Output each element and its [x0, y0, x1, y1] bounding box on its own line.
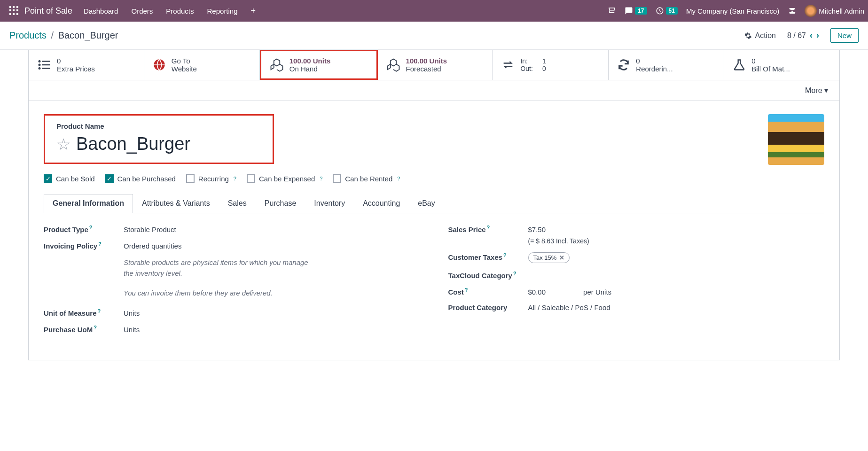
help-text: Storable products are physical items for…	[124, 257, 312, 279]
product-form: Product Name ☆ Bacon_Burger ✓Can be Sold…	[28, 101, 840, 360]
pager-next[interactable]: ›	[816, 31, 819, 40]
check-can-be-expensed[interactable]: Can be Expensed?	[247, 174, 322, 183]
stat-reordering[interactable]: 0Reorderin...	[609, 50, 724, 80]
plus-icon[interactable]: +	[251, 6, 256, 16]
svg-rect-4	[42, 64, 50, 66]
help-icon[interactable]: ?	[98, 308, 101, 314]
subheader: Products / Bacon_Burger Action 8 / 67 ‹ …	[0, 22, 868, 50]
tabs: General Information Attributes & Variant…	[44, 194, 824, 213]
nav-links: Dashboard Orders Products Reporting	[84, 7, 237, 15]
help-icon[interactable]: ?	[234, 176, 236, 181]
tab-inventory[interactable]: Inventory	[305, 194, 354, 213]
field-customer-taxes: Customer Taxes? Tax 15%✕	[448, 252, 825, 263]
stat-website[interactable]: Go ToWebsite	[144, 50, 260, 80]
refresh-icon	[617, 58, 630, 71]
help-text: You can invoice them before they are del…	[124, 288, 312, 299]
help-icon[interactable]: ?	[487, 225, 490, 230]
flask-icon	[733, 58, 746, 71]
field-sales-price: Sales Price? $7.50 (= $ 8.63 Incl. Taxes…	[448, 225, 825, 245]
svg-rect-6	[42, 68, 50, 69]
nav-products[interactable]: Products	[166, 7, 194, 15]
list-icon	[37, 58, 51, 72]
help-icon[interactable]: ?	[98, 241, 102, 247]
pager[interactable]: 8 / 67	[787, 31, 806, 40]
help-icon[interactable]: ?	[320, 176, 322, 181]
gear-icon	[744, 32, 752, 39]
help-icon[interactable]: ?	[89, 225, 93, 230]
stat-forecasted[interactable]: 100.00 UnitsForecasted	[378, 50, 493, 80]
messages-badge: 17	[635, 7, 647, 15]
product-name[interactable]: Bacon_Burger	[76, 134, 190, 154]
check-can-be-rented[interactable]: Can be Rented?	[333, 174, 400, 183]
help-icon[interactable]: ?	[503, 252, 507, 258]
caret-down-icon: ▾	[824, 86, 828, 94]
tax-tag[interactable]: Tax 15%✕	[528, 252, 570, 263]
svg-point-1	[39, 60, 41, 62]
tab-attributes-variants[interactable]: Attributes & Variants	[133, 194, 219, 213]
activities-tray[interactable]: 51	[656, 7, 678, 15]
new-button[interactable]: New	[830, 28, 859, 43]
stat-in-out[interactable]: In:Out: 10	[493, 50, 609, 80]
favorite-star-icon[interactable]: ☆	[56, 135, 70, 154]
company-switcher[interactable]: My Company (San Francisco)	[686, 7, 779, 15]
field-product-category: Product Category All / Saleable / PoS / …	[448, 303, 825, 311]
nav-orders[interactable]: Orders	[131, 7, 153, 15]
field-product-type: Product Type? Storable Product	[44, 225, 420, 233]
check-recurring[interactable]: Recurring?	[186, 174, 236, 183]
help-icon[interactable]: ?	[94, 325, 97, 330]
breadcrumb-current: Bacon_Burger	[58, 30, 118, 40]
nav-reporting[interactable]: Reporting	[207, 7, 238, 15]
breadcrumb-parent[interactable]: Products	[9, 30, 47, 40]
user-menu[interactable]: Mitchell Admin	[805, 5, 864, 17]
settings-icon[interactable]	[788, 7, 796, 15]
boxes-icon	[270, 58, 284, 72]
tab-purchase[interactable]: Purchase	[256, 194, 305, 213]
boxes-icon	[386, 58, 400, 72]
stat-buttons: 0Extra Prices Go ToWebsite 100.00 UnitsO…	[28, 50, 840, 80]
product-name-section: Product Name ☆ Bacon_Burger	[44, 114, 274, 164]
pager-prev[interactable]: ‹	[810, 31, 813, 40]
messages-tray[interactable]: 17	[625, 7, 647, 15]
activities-badge: 51	[666, 7, 678, 15]
tab-general-information[interactable]: General Information	[44, 194, 133, 213]
stat-bom[interactable]: 0Bill Of Mat...	[724, 50, 839, 80]
help-icon[interactable]: ?	[465, 287, 468, 293]
app-brand[interactable]: Point of Sale	[24, 6, 72, 16]
svg-rect-2	[42, 61, 50, 62]
action-menu[interactable]: Action	[744, 31, 775, 40]
tab-sales[interactable]: Sales	[219, 194, 256, 213]
svg-point-3	[39, 64, 41, 66]
remove-tag-icon[interactable]: ✕	[559, 254, 564, 261]
product-name-label: Product Name	[56, 122, 261, 130]
nav-dashboard[interactable]: Dashboard	[84, 7, 118, 15]
avatar	[805, 5, 817, 17]
field-purchase-uom: Purchase UoM? Units	[44, 325, 420, 334]
apps-icon[interactable]	[9, 6, 19, 16]
help-icon[interactable]: ?	[397, 176, 400, 181]
field-cost: Cost? $0.00per Units	[448, 287, 825, 296]
breadcrumb: Products / Bacon_Burger	[9, 30, 118, 41]
globe-icon	[153, 58, 166, 71]
tab-accounting[interactable]: Accounting	[354, 194, 409, 213]
stat-extra-prices[interactable]: 0Extra Prices	[29, 50, 144, 80]
field-unit-of-measure: Unit of Measure? Units	[44, 308, 420, 317]
stat-on-hand[interactable]: 100.00 UnitsOn Hand	[260, 50, 378, 80]
phone-icon[interactable]	[608, 7, 616, 15]
help-icon[interactable]: ?	[513, 271, 516, 276]
user-name: Mitchell Admin	[819, 7, 864, 15]
more-button[interactable]: More ▾	[805, 86, 828, 95]
check-can-be-purchased[interactable]: ✓Can be Purchased	[105, 174, 176, 183]
product-image[interactable]	[768, 114, 824, 165]
transfer-icon	[501, 58, 515, 71]
field-invoicing-policy: Invoicing Policy? Ordered quantities	[44, 241, 420, 250]
topbar: Point of Sale Dashboard Orders Products …	[0, 0, 868, 22]
check-can-be-sold[interactable]: ✓Can be Sold	[44, 174, 95, 183]
field-taxcloud-category: TaxCloud Category?	[448, 271, 825, 280]
tab-ebay[interactable]: eBay	[409, 194, 444, 213]
svg-point-5	[39, 67, 41, 70]
